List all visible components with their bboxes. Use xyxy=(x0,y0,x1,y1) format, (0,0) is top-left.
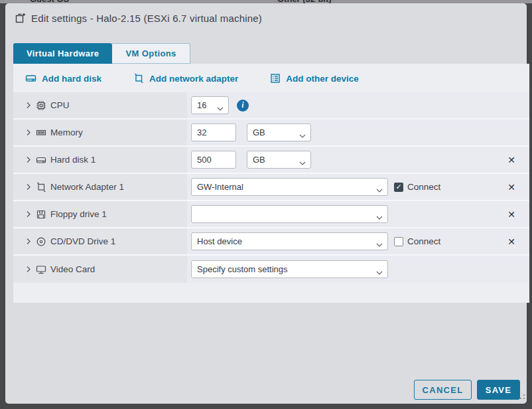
save-button[interactable]: SAVE xyxy=(477,380,520,400)
hard-disk-icon xyxy=(36,155,46,165)
edit-settings-dialog: Edit settings - Halo-2.15 (ESXi 6.7 virt… xyxy=(5,3,527,404)
video-card-label: Video Card xyxy=(50,264,95,274)
cd-dvd-select-value: Host device xyxy=(197,236,242,246)
device-toolbar: Add hard disk Add network adapter Add ot… xyxy=(13,64,529,92)
video-card-select[interactable]: Specify custom settings xyxy=(191,260,388,278)
hard-disk-size-input[interactable] xyxy=(191,151,236,169)
network-select[interactable]: GW-Internal xyxy=(191,178,388,196)
cpu-icon xyxy=(36,100,46,111)
floppy-disk-icon xyxy=(36,209,46,220)
dialog-footer: CANCEL SAVE xyxy=(414,380,520,400)
row-floppy-label-cell: Floppy drive 1 xyxy=(13,201,187,227)
cpu-count-select[interactable]: 16 xyxy=(191,96,229,114)
chevron-down-icon xyxy=(376,268,383,278)
hard-disk-unit-select[interactable]: GB xyxy=(247,151,311,169)
memory-unit-select[interactable]: GB xyxy=(247,123,311,141)
remove-hard-disk-button[interactable]: ✕ xyxy=(507,155,515,165)
row-hard-disk-1: Hard disk 1 GB ✕ xyxy=(13,147,529,174)
cd-dvd-connect-label: Connect xyxy=(407,236,440,246)
add-network-adapter-label: Add network adapter xyxy=(149,74,238,84)
video-card-select-value: Specify custom settings xyxy=(197,264,288,274)
dialog-title: Edit settings - Halo-2.15 (ESXi 6.7 virt… xyxy=(31,13,262,24)
chevron-down-icon xyxy=(376,212,383,222)
row-video-controls: Specify custom settings xyxy=(187,256,529,283)
dialog-header: Edit settings - Halo-2.15 (ESXi 6.7 virt… xyxy=(15,13,516,24)
row-floppy-controls: ✕ xyxy=(187,201,529,227)
row-memory: Memory GB xyxy=(13,120,529,147)
chevron-down-icon xyxy=(217,104,224,114)
network-select-value: GW-Internal xyxy=(197,182,243,192)
network-adapter-label: Network Adapter 1 xyxy=(50,182,124,192)
tab-vm-options-label: VM Options xyxy=(125,48,176,58)
chevron-right-icon[interactable] xyxy=(25,155,32,164)
cpu-info-icon[interactable]: i xyxy=(237,100,249,112)
row-cd-dvd-drive-1: CD/DVD Drive 1 Host device Connect ✕ xyxy=(13,228,529,256)
cpu-label: CPU xyxy=(50,100,70,110)
other-device-icon xyxy=(270,73,281,84)
chevron-right-icon[interactable] xyxy=(25,210,32,218)
tab-bar: Virtual Hardware VM Options xyxy=(13,43,190,64)
row-memory-controls: GB xyxy=(187,120,529,145)
add-network-adapter-button[interactable]: Add network adapter xyxy=(133,73,238,84)
row-video-card: Video Card Specify custom settings xyxy=(13,256,529,283)
memory-icon xyxy=(36,127,46,138)
remove-network-adapter-button[interactable]: ✕ xyxy=(507,183,515,192)
row-hard-disk-controls: GB ✕ xyxy=(187,147,529,173)
vm-edit-icon xyxy=(15,13,26,24)
cd-dvd-connect-checkbox[interactable] xyxy=(394,237,403,246)
row-cpu-label-cell: CPU xyxy=(13,92,187,118)
network-adapter-icon xyxy=(36,182,46,193)
chevron-right-icon[interactable] xyxy=(25,128,32,137)
chevron-right-icon[interactable] xyxy=(25,183,32,191)
video-card-icon xyxy=(36,264,46,275)
network-connect-label: Connect xyxy=(407,182,440,192)
memory-label: Memory xyxy=(50,127,83,137)
tab-virtual-hardware-label: Virtual Hardware xyxy=(27,48,99,58)
cancel-button-label: CANCEL xyxy=(423,385,464,395)
row-network-controls: GW-Internal Connect ✕ xyxy=(187,174,529,200)
floppy-drive-label: Floppy drive 1 xyxy=(50,209,107,219)
chevron-right-icon[interactable] xyxy=(25,101,32,110)
chevron-down-icon xyxy=(376,185,383,195)
remove-cd-dvd-button[interactable]: ✕ xyxy=(507,237,515,246)
network-connect-checkbox[interactable] xyxy=(394,183,403,192)
chevron-down-icon xyxy=(299,158,306,168)
add-other-device-label: Add other device xyxy=(286,74,359,84)
cd-dvd-drive-label: CD/DVD Drive 1 xyxy=(50,236,115,246)
virtual-hardware-panel: Add hard disk Add network adapter Add ot… xyxy=(13,64,529,303)
resize-grip-icon[interactable] xyxy=(519,390,525,402)
row-network-label-cell: Network Adapter 1 xyxy=(13,174,187,200)
row-memory-label-cell: Memory xyxy=(13,120,187,145)
remove-floppy-button[interactable]: ✕ xyxy=(507,210,515,219)
chevron-down-icon xyxy=(376,240,383,250)
memory-unit-value: GB xyxy=(253,127,265,137)
row-video-label-cell: Video Card xyxy=(13,256,187,283)
row-cd-dvd-controls: Host device Connect ✕ xyxy=(187,228,529,254)
tab-vm-options[interactable]: VM Options xyxy=(112,43,190,64)
network-adapter-icon xyxy=(133,73,144,84)
device-rows: CPU 16 i Memory xyxy=(13,92,529,283)
cd-dvd-icon xyxy=(36,236,46,247)
cd-dvd-select[interactable]: Host device xyxy=(191,232,388,250)
chevron-right-icon[interactable] xyxy=(25,237,32,246)
tab-virtual-hardware[interactable]: Virtual Hardware xyxy=(13,43,112,64)
chevron-right-icon[interactable] xyxy=(25,265,32,274)
row-hard-disk-label-cell: Hard disk 1 xyxy=(13,147,187,173)
hard-disk-unit-value: GB xyxy=(253,155,265,165)
row-cpu-controls: 16 i xyxy=(187,92,529,118)
add-other-device-button[interactable]: Add other device xyxy=(270,73,359,84)
add-hard-disk-button[interactable]: Add hard disk xyxy=(25,73,101,84)
row-cpu: CPU 16 i xyxy=(13,92,529,120)
add-hard-disk-label: Add hard disk xyxy=(42,74,101,84)
row-floppy-drive-1: Floppy drive 1 ✕ xyxy=(13,201,529,228)
cancel-button[interactable]: CANCEL xyxy=(414,380,472,400)
hard-disk-label: Hard disk 1 xyxy=(50,155,96,165)
memory-size-input[interactable] xyxy=(191,123,236,141)
cpu-count-value: 16 xyxy=(197,100,206,110)
row-cd-dvd-label-cell: CD/DVD Drive 1 xyxy=(13,228,187,254)
hard-disk-icon xyxy=(25,73,36,84)
row-network-adapter-1: Network Adapter 1 GW-Internal Connect ✕ xyxy=(13,174,529,201)
chevron-down-icon xyxy=(299,131,306,141)
save-button-label: SAVE xyxy=(486,385,512,395)
floppy-select[interactable] xyxy=(191,205,388,223)
